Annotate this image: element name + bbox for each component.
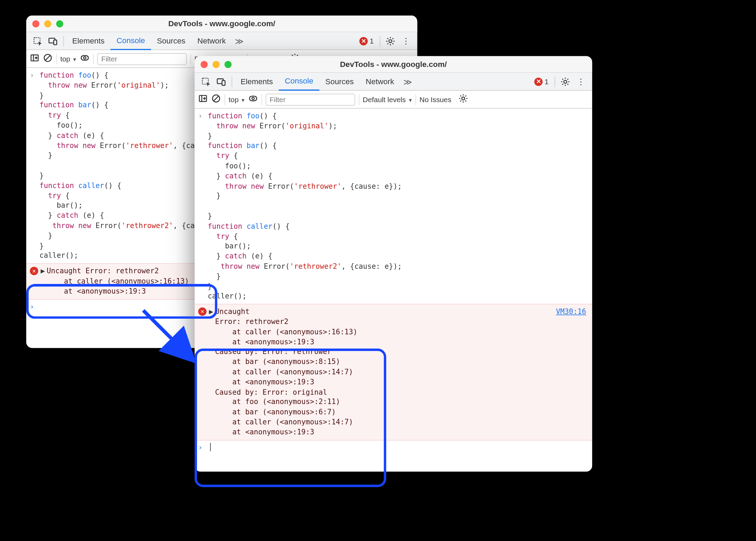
tab-elements[interactable]: Elements <box>66 32 110 50</box>
error-stack-line: at <anonymous>:19:3 <box>215 428 314 436</box>
error-message-line: Uncaught Error: rethrower2 <box>47 267 159 275</box>
close-icon[interactable] <box>32 20 39 27</box>
error-stack-line: at <anonymous>:19:3 <box>215 378 314 386</box>
svg-point-14 <box>252 97 254 100</box>
tab-console[interactable]: Console <box>110 32 151 50</box>
source-link[interactable]: VM30:16 <box>556 307 586 317</box>
error-stack-line: at foo (<anonymous>:2:11) <box>215 398 340 406</box>
svg-rect-10 <box>222 80 225 85</box>
clear-console-icon[interactable] <box>43 53 53 65</box>
error-icon: ✕ <box>30 267 38 275</box>
tab-console[interactable]: Console <box>279 72 319 90</box>
tab-network[interactable]: Network <box>360 72 400 90</box>
devtools-window-right: DevTools - www.google.com/ Elements Cons… <box>195 56 592 472</box>
tab-bar: Elements Console Sources Network ✕1 ⋮ <box>26 32 417 50</box>
live-expression-icon[interactable] <box>248 94 258 105</box>
tab-elements[interactable]: Elements <box>235 72 279 90</box>
svg-point-3 <box>389 39 392 42</box>
settings-icon[interactable] <box>384 35 396 47</box>
tab-sources[interactable]: Sources <box>151 32 192 50</box>
more-menu-icon[interactable]: ⋮ <box>400 35 412 47</box>
context-selector[interactable]: top <box>229 95 245 104</box>
error-stack-line: at caller (<anonymous>:14:7) <box>215 418 353 426</box>
tab-network[interactable]: Network <box>192 32 232 50</box>
close-icon[interactable] <box>200 61 208 68</box>
window-title: DevTools - www.google.com/ <box>195 60 592 69</box>
context-selector[interactable]: top <box>60 55 76 63</box>
error-stack-line: at caller (<anonymous>:14:7) <box>215 368 353 376</box>
console-settings-icon[interactable] <box>459 94 468 105</box>
titlebar: DevTools - www.google.com/ <box>26 16 417 32</box>
error-badge[interactable]: ✕1 <box>534 77 549 86</box>
clear-console-icon[interactable] <box>211 94 221 105</box>
error-badge[interactable]: ✕1 <box>360 37 374 45</box>
titlebar: DevTools - www.google.com/ <box>195 56 592 73</box>
filter-input[interactable] <box>265 94 355 106</box>
console-error-entry[interactable]: ✕ ▶ Uncaught Error: rethrower2 at caller… <box>195 304 592 440</box>
console-prompt[interactable]: › <box>195 440 592 456</box>
more-tabs-icon[interactable] <box>234 35 246 47</box>
minimize-icon[interactable] <box>44 20 51 27</box>
settings-icon[interactable] <box>559 76 571 88</box>
log-levels-dropdown[interactable]: Default levels <box>363 95 412 104</box>
sidebar-toggle-icon[interactable] <box>198 94 208 105</box>
tab-bar: Elements Console Sources Network ✕1 ⋮ <box>195 73 592 91</box>
error-stack-line: at bar (<anonymous>:8:15) <box>215 357 340 366</box>
tab-sources[interactable]: Sources <box>319 72 360 90</box>
maximize-icon[interactable] <box>56 20 63 27</box>
window-title: DevTools - www.google.com/ <box>26 19 417 28</box>
error-stack-line: at caller (<anonymous>:16:13) <box>215 327 357 336</box>
error-cause-line: Caused by: Error: original <box>215 388 327 396</box>
console-body: › function foo() { throw new Error('orig… <box>195 109 592 472</box>
svg-rect-2 <box>54 40 57 45</box>
issues-label[interactable]: No Issues <box>420 95 451 104</box>
sidebar-toggle-icon[interactable] <box>30 53 40 65</box>
expand-icon[interactable]: ▶ <box>209 307 214 437</box>
live-expression-icon[interactable] <box>80 53 89 65</box>
svg-point-11 <box>564 80 567 83</box>
more-tabs-icon[interactable] <box>402 76 414 88</box>
minimize-icon[interactable] <box>213 61 220 68</box>
device-toggle-icon[interactable] <box>216 76 228 88</box>
svg-point-6 <box>84 57 86 59</box>
more-menu-icon[interactable]: ⋮ <box>575 76 587 88</box>
error-stack-line: at <anonymous>:19:3 <box>47 287 146 295</box>
svg-point-15 <box>462 97 465 100</box>
inspect-icon[interactable] <box>200 76 212 88</box>
console-input-echo: › function foo() { throw new Error('orig… <box>195 109 592 304</box>
console-filter-bar: top Default levels No Issues <box>195 91 592 109</box>
device-toggle-icon[interactable] <box>47 35 59 47</box>
error-message-line: Uncaught <box>215 307 254 316</box>
error-icon: ✕ <box>198 307 206 316</box>
error-message-line: Error: rethrower2 <box>215 317 288 326</box>
error-stack-line: at caller (<anonymous>:16:13) <box>47 277 189 285</box>
error-stack-line: at <anonymous>:19:3 <box>215 337 314 346</box>
maximize-icon[interactable] <box>224 61 232 68</box>
error-stack-line: at bar (<anonymous>:6:7) <box>215 408 336 416</box>
inspect-icon[interactable] <box>32 35 44 47</box>
filter-input[interactable] <box>97 53 187 65</box>
expand-icon[interactable]: ▶ <box>41 266 45 296</box>
error-cause-line: Caused by: Error: rethrower <box>215 347 331 356</box>
